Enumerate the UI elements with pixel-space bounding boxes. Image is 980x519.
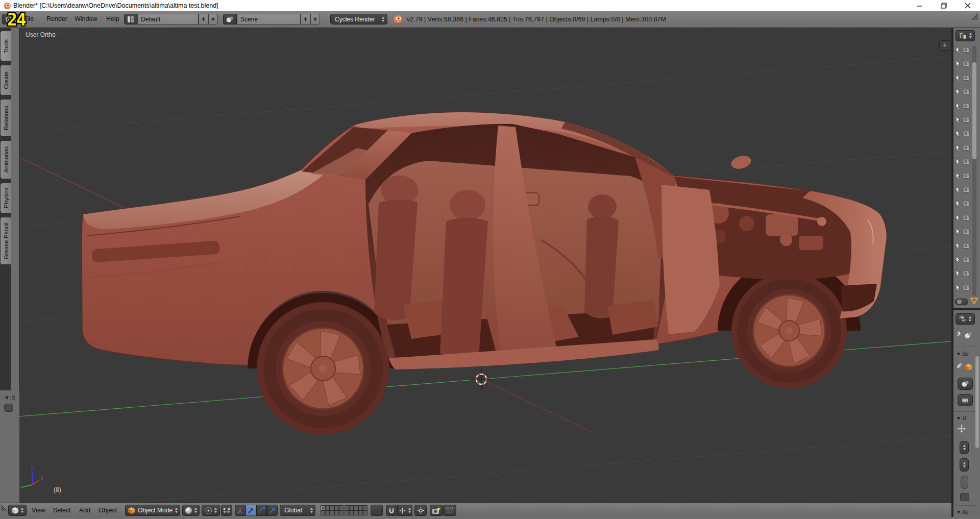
- tool-shelf-tab-physics[interactable]: Physics: [0, 183, 11, 213]
- restrict-select-icon[interactable]: [954, 256, 961, 263]
- viewport-shading-dropdown[interactable]: [182, 505, 200, 516]
- restrict-select-icon[interactable]: [954, 46, 961, 54]
- layer-toggle[interactable]: [363, 510, 368, 515]
- layer-toggle[interactable]: [321, 510, 325, 515]
- restrict-select-icon[interactable]: [954, 172, 961, 180]
- layer-toggle[interactable]: [349, 505, 354, 510]
- mode-dropdown[interactable]: Object Mode: [125, 505, 180, 516]
- panel-header-keying[interactable]: ▼:Ke: [956, 509, 969, 515]
- layers-grid-1[interactable]: [321, 505, 344, 515]
- layer-toggle[interactable]: [339, 505, 344, 510]
- world-button[interactable]: [958, 378, 973, 390]
- pin-icon[interactable]: [956, 331, 963, 337]
- panel-header-scene[interactable]: ▼:Sc: [956, 351, 968, 357]
- layers-grid-2[interactable]: [345, 505, 368, 515]
- layer-toggle[interactable]: [349, 510, 354, 515]
- restrict-select-icon[interactable]: [954, 200, 961, 207]
- snap-toggle-button[interactable]: [386, 505, 397, 516]
- tool-shelf-tab-animation[interactable]: Animation: [0, 140, 11, 179]
- tool-shelf-tab-relations[interactable]: Relations: [0, 99, 11, 137]
- restrict-render-icon[interactable]: [963, 214, 970, 221]
- restrict-render-icon[interactable]: [963, 242, 970, 249]
- restrict-select-icon[interactable]: [954, 88, 961, 95]
- area-corner-widget[interactable]: [1, 505, 8, 514]
- menu-add[interactable]: Add: [79, 507, 90, 514]
- close-button[interactable]: [964, 2, 972, 10]
- layer-toggle[interactable]: [354, 510, 358, 515]
- menu-object[interactable]: Object: [99, 507, 117, 514]
- collapsed-panel-header[interactable]: ▼:S: [4, 394, 15, 401]
- screen-layout-add-button[interactable]: [199, 14, 208, 24]
- opengl-render-anim-button[interactable]: [443, 505, 456, 516]
- layer-toggle[interactable]: [330, 510, 334, 515]
- restrict-select-icon[interactable]: [954, 74, 961, 82]
- restrict-render-icon[interactable]: [963, 75, 970, 81]
- pivot-point-dropdown[interactable]: [202, 505, 220, 516]
- render-engine-dropdown[interactable]: Cycles Render: [330, 14, 387, 24]
- restrict-render-icon[interactable]: [963, 46, 970, 53]
- scene-browse-button[interactable]: [223, 14, 237, 24]
- lock-to-scene-button[interactable]: [371, 505, 383, 516]
- eyedropper-icon[interactable]: [956, 362, 963, 369]
- restrict-render-icon[interactable]: [963, 186, 970, 193]
- manipulate-center-points-toggle[interactable]: [221, 505, 232, 516]
- layer-toggle[interactable]: [334, 505, 339, 510]
- restrict-select-icon[interactable]: [954, 214, 961, 221]
- scene-field[interactable]: Scene: [237, 14, 301, 24]
- layer-toggle[interactable]: [334, 510, 339, 515]
- properties-context-dropdown[interactable]: [955, 313, 975, 325]
- restrict-select-icon[interactable]: [954, 144, 961, 152]
- opengl-render-button[interactable]: [430, 505, 443, 516]
- restrict-select-icon[interactable]: [954, 116, 961, 123]
- restrict-select-icon[interactable]: [954, 60, 961, 67]
- snap-element-dropdown[interactable]: [397, 505, 412, 516]
- outliner-scrollbar-track[interactable]: [972, 46, 976, 296]
- outliner-scrollbar-thumb[interactable]: [972, 62, 976, 159]
- properties-region-expand-button[interactable]: +: [939, 40, 950, 51]
- restrict-render-icon[interactable]: [963, 88, 970, 95]
- screen-layout-browse-button[interactable]: [124, 14, 137, 24]
- menu-window[interactable]: Window: [75, 15, 97, 22]
- restrict-render-icon[interactable]: [963, 60, 970, 67]
- layer-toggle[interactable]: [345, 505, 349, 510]
- restrict-select-icon[interactable]: [954, 284, 961, 291]
- restrict-render-icon[interactable]: [963, 158, 970, 165]
- manipulator-rotate-button[interactable]: [256, 505, 267, 516]
- restrict-render-icon[interactable]: [963, 256, 970, 263]
- screen-layout-delete-button[interactable]: [208, 14, 218, 24]
- layer-toggle[interactable]: [330, 505, 334, 510]
- minimize-button[interactable]: [915, 2, 923, 10]
- value-stepper[interactable]: [960, 458, 969, 472]
- restrict-select-icon[interactable]: [954, 130, 961, 137]
- outliner-display-dropdown[interactable]: [955, 30, 975, 41]
- layer-toggle[interactable]: [354, 505, 358, 510]
- restrict-render-icon[interactable]: [963, 130, 970, 137]
- restrict-render-icon[interactable]: [963, 200, 970, 207]
- restore-button[interactable]: [940, 2, 948, 10]
- snap-target-button[interactable]: [414, 505, 427, 516]
- scene-delete-button[interactable]: [310, 14, 320, 24]
- layer-toggle[interactable]: [358, 510, 363, 515]
- viewport-3d[interactable]: z y x User Ortho (8) +: [19, 28, 951, 503]
- manipulator-scale-button[interactable]: [267, 505, 278, 516]
- slider-widget[interactable]: [961, 476, 968, 489]
- menu-select[interactable]: Select: [53, 507, 71, 514]
- restrict-select-icon[interactable]: [954, 102, 961, 110]
- area-corner-widget[interactable]: [971, 13, 978, 22]
- layer-toggle[interactable]: [325, 505, 330, 510]
- outliner-hscrollbar[interactable]: [955, 299, 968, 305]
- layer-toggle[interactable]: [325, 510, 330, 515]
- menu-view[interactable]: View: [32, 507, 45, 514]
- value-stepper[interactable]: [960, 441, 969, 454]
- layer-toggle[interactable]: [345, 510, 349, 515]
- restrict-render-icon[interactable]: [963, 144, 970, 151]
- layer-toggle[interactable]: [321, 505, 325, 510]
- toggle-widget[interactable]: [960, 493, 969, 501]
- transform-orientation-dropdown[interactable]: Global: [280, 505, 315, 516]
- menu-render[interactable]: Render: [46, 15, 67, 22]
- panel-header-units[interactable]: ▼:U: [956, 415, 966, 421]
- restrict-render-icon[interactable]: [963, 270, 970, 277]
- restrict-select-icon[interactable]: [954, 269, 961, 277]
- screen-layout-field[interactable]: Default: [137, 14, 199, 24]
- layer-toggle[interactable]: [363, 505, 368, 510]
